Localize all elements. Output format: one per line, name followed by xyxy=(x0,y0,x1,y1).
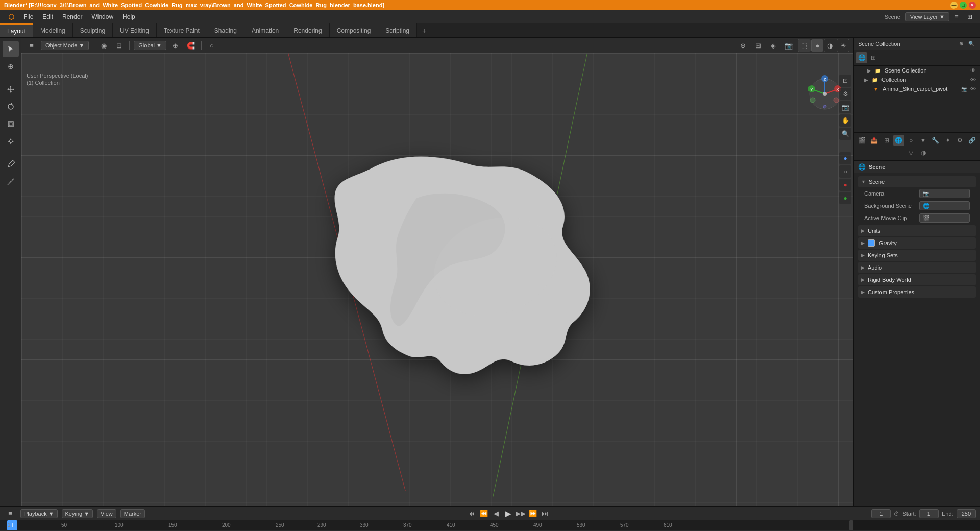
move-tool-icon[interactable] xyxy=(3,81,19,98)
physics-props-icon[interactable]: ⚙ xyxy=(954,135,966,146)
object-mode-dropdown[interactable]: Object Mode ▼ xyxy=(41,41,89,50)
scale-tool-icon[interactable] xyxy=(3,116,19,132)
view-dropdown[interactable]: View xyxy=(97,509,116,518)
viewport-settings-icon[interactable]: ⚙ xyxy=(839,88,851,100)
snap-icon[interactable]: 🧲 xyxy=(185,39,197,52)
outliner-animal-skin[interactable]: ▼ Animal_Skin_carpet_pivot 📷 👁 xyxy=(854,84,980,93)
active-movie-clip-value[interactable]: 🎬 xyxy=(919,213,970,223)
eye-icon-scene[interactable]: 👁 xyxy=(970,67,976,74)
outliner-icon-view-layer[interactable]: ⊞ xyxy=(868,52,879,63)
particles-props-icon[interactable]: ✦ xyxy=(942,135,953,146)
viewport-camera-icon[interactable]: 📷 xyxy=(782,39,795,52)
playback-dropdown[interactable]: Playback ▼ xyxy=(20,509,58,518)
menu-help[interactable]: Help xyxy=(118,12,139,21)
render-region-icon[interactable]: 📷 xyxy=(839,101,851,113)
current-frame-input[interactable]: 1 xyxy=(871,509,891,518)
viewport[interactable]: ≡ Object Mode ▼ ◉ ⊡ Global ▼ ⊕ 🧲 ○ ⊕ ⊞ ◈… xyxy=(21,38,853,506)
camera-value[interactable]: 📷 xyxy=(919,189,970,198)
tab-animation[interactable]: Animation xyxy=(244,23,286,37)
tab-uv-editing[interactable]: UV Editing xyxy=(113,23,157,37)
render-props-icon[interactable]: 🎬 xyxy=(856,135,868,146)
header-icon-1[interactable]: ≡ xyxy=(950,11,963,23)
data-props-icon[interactable]: ▽ xyxy=(905,147,917,158)
tab-sculpting[interactable]: Sculpting xyxy=(73,23,113,37)
scene-props-icon[interactable]: 🌐 xyxy=(893,135,904,146)
tab-rendering[interactable]: Rendering xyxy=(286,23,329,37)
minimize-button[interactable]: — xyxy=(950,2,958,9)
custom-properties-section-header[interactable]: ▶ Custom Properties xyxy=(858,286,976,298)
background-scene-value[interactable]: 🌐 xyxy=(919,201,970,210)
tab-modeling[interactable]: Modeling xyxy=(33,23,73,37)
tab-compositing[interactable]: Compositing xyxy=(330,23,379,37)
proportional-edit-icon[interactable]: ○ xyxy=(206,39,218,52)
header-icon-2[interactable]: ⊞ xyxy=(964,11,976,23)
annotate-tool-icon[interactable] xyxy=(3,156,19,173)
rigid-body-world-section-header[interactable]: ▶ Rigid Body World xyxy=(858,274,976,285)
add-workspace-button[interactable]: + xyxy=(417,23,431,37)
object-props-icon[interactable]: ▼ xyxy=(918,135,929,146)
solid-shading-btn[interactable]: ● xyxy=(811,39,823,52)
rendered-shading-btn[interactable]: ☀ xyxy=(837,39,849,52)
end-frame-input[interactable]: 250 xyxy=(957,509,976,518)
select-tool-icon[interactable] xyxy=(3,41,19,57)
eye-icon-collection[interactable]: 👁 xyxy=(970,77,976,83)
viewport-overlay-icon[interactable]: ⊕ xyxy=(737,39,749,52)
viewport-gizmo-icon[interactable]: ⊞ xyxy=(752,39,764,52)
frame-back-button[interactable]: ◀ xyxy=(491,508,502,519)
close-button[interactable]: ✕ xyxy=(969,2,976,9)
tab-texture-paint[interactable]: Texture Paint xyxy=(157,23,207,37)
step-back-button[interactable]: ⏪ xyxy=(478,508,489,519)
timeline-menu-icon[interactable]: ≡ xyxy=(4,508,16,520)
menu-file[interactable]: File xyxy=(19,12,37,21)
play-button[interactable]: ▶ xyxy=(503,508,514,519)
pivot-icon[interactable]: ⊕ xyxy=(169,39,182,52)
tab-scripting[interactable]: Scripting xyxy=(378,23,417,37)
menu-edit[interactable]: Edit xyxy=(38,12,57,21)
jump-start-button[interactable]: ⏮ xyxy=(466,508,477,519)
tab-layout[interactable]: Layout xyxy=(0,23,33,37)
modifier-props-icon[interactable]: 🔧 xyxy=(930,135,941,146)
audio-section-header[interactable]: ▶ Audio xyxy=(858,262,976,273)
blender-logo-menu[interactable]: ⬡ xyxy=(4,12,18,22)
timeline-numbers-row[interactable]: 1 1 50 100 150 200 250 290 330 370 410 4… xyxy=(0,520,853,530)
timeline-scrollbar[interactable] xyxy=(849,520,853,530)
viewport-render-icon[interactable]: ◈ xyxy=(767,39,779,52)
nav-pan-icon[interactable]: ● xyxy=(839,192,851,204)
hand-pan-icon[interactable]: ✋ xyxy=(839,114,851,127)
outliner-scene-collection[interactable]: ▶ 📁 Scene Collection 👁 xyxy=(854,66,980,75)
viewport-menu-icon[interactable]: ≡ xyxy=(26,39,38,52)
zoom-to-fit-icon[interactable]: ⊡ xyxy=(839,75,851,87)
gravity-checkbox[interactable] xyxy=(868,239,875,247)
viewport-shading-wire-icon[interactable]: ⊡ xyxy=(113,39,125,52)
cursor-tool-icon[interactable]: ⊕ xyxy=(3,58,19,75)
camera-restrict-icon[interactable]: 📷 xyxy=(961,86,967,92)
zoom-icon[interactable]: 🔍 xyxy=(839,128,851,140)
outliner-collection[interactable]: ▶ 📁 Collection 👁 xyxy=(854,75,980,84)
scene-section-header[interactable]: ▼ Scene xyxy=(858,176,976,187)
marker-dropdown[interactable]: Marker xyxy=(120,509,145,518)
view-layer-props-icon[interactable]: ⊞ xyxy=(881,135,892,146)
transform-tool-icon[interactable] xyxy=(3,133,19,150)
transform-global-dropdown[interactable]: Global ▼ xyxy=(134,41,166,50)
gravity-section-header[interactable]: ▶ Gravity xyxy=(858,237,976,249)
menu-render[interactable]: Render xyxy=(58,12,86,21)
tab-shading[interactable]: Shading xyxy=(207,23,244,37)
outliner-filter-icon[interactable]: ⊕ xyxy=(957,39,966,49)
output-props-icon[interactable]: 📤 xyxy=(869,135,880,146)
properties-content[interactable]: ▼ Scene Camera 📷 Background Scene 🌐 xyxy=(854,173,980,506)
material-shading-btn[interactable]: ◑ xyxy=(824,39,836,52)
menu-window[interactable]: Window xyxy=(87,12,117,21)
units-section-header[interactable]: ▶ Units xyxy=(858,225,976,236)
outliner-search-icon[interactable]: 🔍 xyxy=(967,39,976,49)
keying-dropdown[interactable]: Keying ▼ xyxy=(62,509,93,518)
start-frame-input[interactable]: 1 xyxy=(919,509,939,518)
rug-mesh[interactable] xyxy=(259,134,616,399)
outliner-icon-active[interactable]: 🌐 xyxy=(856,52,867,63)
view-layer-btn[interactable]: View Layer ▼ xyxy=(905,12,949,21)
material-props-icon[interactable]: ◑ xyxy=(918,147,929,158)
num-keypad-icon[interactable]: ● xyxy=(839,152,851,164)
jump-end-button[interactable]: ⏭ xyxy=(540,508,551,519)
measure-tool-icon[interactable] xyxy=(3,174,19,190)
eye-icon-object[interactable]: 👁 xyxy=(970,86,976,92)
nav-zoom-icon[interactable]: ● xyxy=(839,179,851,191)
